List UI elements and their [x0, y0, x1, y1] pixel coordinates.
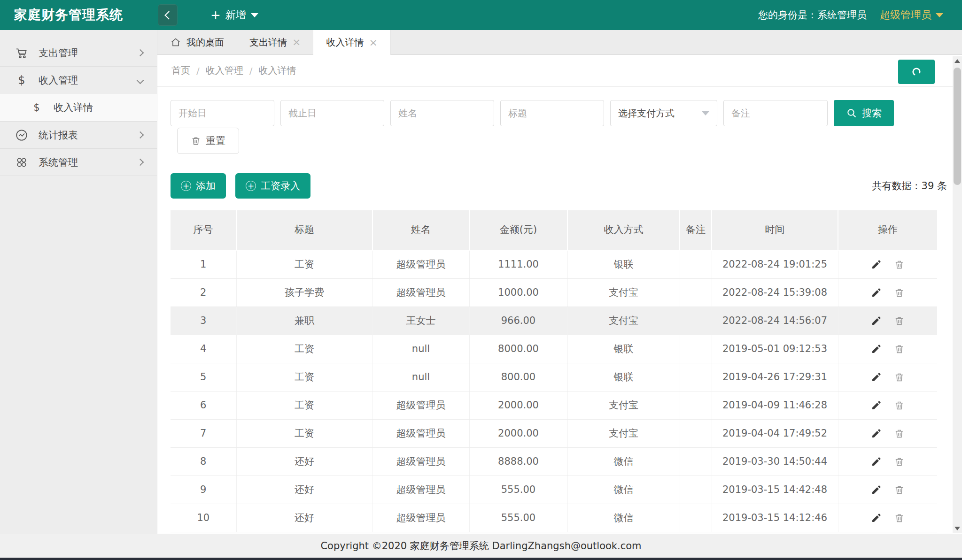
- title-input[interactable]: [500, 100, 604, 126]
- tab-income-details[interactable]: 收入详情 ×: [313, 30, 390, 55]
- delete-button[interactable]: [894, 287, 905, 298]
- delete-button[interactable]: [894, 372, 905, 383]
- delete-button[interactable]: [894, 428, 905, 439]
- add-button[interactable]: + 添加: [171, 173, 226, 199]
- role-dropdown[interactable]: 超级管理员: [880, 8, 943, 22]
- row-name: 超级管理员: [372, 504, 469, 532]
- row-method: 银联: [567, 363, 680, 391]
- search-button-label: 搜索: [862, 107, 882, 120]
- collapse-sidebar-button[interactable]: [158, 4, 178, 26]
- plus-circle-icon: +: [181, 181, 191, 191]
- scroll-up-arrow[interactable]: [953, 56, 962, 66]
- breadcrumb-bar: 首页 / 收入管理 / 收入详情: [157, 55, 962, 87]
- table-row: 10还好超级管理员555.00微信2019-03-15 14:12:46: [171, 504, 937, 532]
- delete-button[interactable]: [894, 344, 905, 354]
- edit-button[interactable]: [871, 484, 882, 495]
- new-dropdown-button[interactable]: + 新增: [210, 8, 258, 22]
- row-operations: [838, 391, 937, 419]
- tab-desktop[interactable]: 我的桌面: [157, 30, 237, 54]
- row-index: 10: [171, 504, 236, 532]
- delete-button[interactable]: [894, 484, 905, 495]
- delete-button[interactable]: [894, 456, 905, 467]
- scrollbar-thumb[interactable]: [954, 68, 961, 185]
- breadcrumb-home[interactable]: 首页: [171, 64, 190, 77]
- edit-button[interactable]: [871, 315, 882, 326]
- edit-button[interactable]: [871, 428, 882, 439]
- delete-button[interactable]: [894, 315, 905, 326]
- close-icon[interactable]: ×: [369, 38, 377, 48]
- row-time: 2022-08-24 19:01:25: [712, 250, 838, 278]
- chevron-right-icon: [137, 131, 144, 139]
- sidebar-item-reports[interactable]: 统计报表: [0, 122, 157, 149]
- row-title: 工资: [236, 363, 372, 391]
- scroll-down-arrow[interactable]: [953, 524, 962, 533]
- close-icon[interactable]: ×: [292, 37, 301, 47]
- row-time: 2022-08-24 15:39:08: [712, 278, 838, 307]
- row-title: 工资: [236, 250, 372, 278]
- vertical-scrollbar[interactable]: [953, 56, 962, 533]
- salary-entry-button[interactable]: + 工资录入: [235, 173, 310, 199]
- header-right: 您的身份是：系统管理员 超级管理员: [758, 8, 962, 22]
- trash-icon: [894, 513, 905, 523]
- edit-button[interactable]: [871, 456, 882, 467]
- breadcrumb-separator: /: [196, 65, 200, 77]
- row-time: 2019-03-30 14:50:44: [712, 447, 838, 476]
- trash-icon: [894, 259, 905, 270]
- name-input[interactable]: [390, 100, 494, 126]
- delete-button[interactable]: [894, 513, 905, 523]
- content: 选择支付方式 搜索 重置 + 添加: [157, 87, 962, 532]
- add-button-label: 添加: [196, 179, 216, 192]
- edit-button[interactable]: [871, 400, 882, 411]
- payment-method-select[interactable]: 选择支付方式: [610, 100, 717, 126]
- search-button[interactable]: 搜索: [834, 100, 894, 126]
- new-dropdown-label: 新增: [225, 8, 246, 22]
- row-name: 超级管理员: [372, 391, 469, 419]
- sidebar-item-system[interactable]: 系统管理: [0, 149, 157, 176]
- reset-button[interactable]: 重置: [177, 128, 239, 154]
- filter-row: 选择支付方式 搜索: [171, 100, 949, 126]
- identity-text: 您的身份是：系统管理员: [758, 8, 867, 22]
- reset-row: 重置: [171, 128, 949, 154]
- refresh-button[interactable]: [898, 60, 935, 84]
- sidebar: 支出管理 $ 收入管理 $ 收入详情 统计报表: [0, 30, 157, 534]
- end-date-input[interactable]: [280, 100, 384, 126]
- row-time: 2019-03-15 14:42:48: [712, 476, 838, 504]
- row-amount: 555.00: [469, 504, 567, 532]
- pencil-icon: [871, 513, 882, 523]
- delete-button[interactable]: [894, 259, 905, 270]
- row-time: 2019-04-26 17:29:31: [712, 363, 838, 391]
- tab-expense-details[interactable]: 支出详情 ×: [237, 30, 313, 54]
- row-title: 工资: [236, 419, 372, 447]
- home-icon: [170, 37, 181, 48]
- sidebar-item-income[interactable]: $ 收入管理: [0, 67, 157, 94]
- breadcrumb-income[interactable]: 收入管理: [206, 64, 243, 77]
- row-amount: 800.00: [469, 363, 567, 391]
- row-method: 支付宝: [567, 278, 680, 307]
- role-label: 超级管理员: [880, 8, 931, 22]
- table-row: 1工资超级管理员1111.00银联2022-08-24 19:01:25: [171, 250, 937, 278]
- row-name: null: [372, 363, 469, 391]
- sidebar-item-income-details[interactable]: $ 收入详情: [0, 94, 157, 121]
- refresh-icon: [910, 66, 923, 78]
- edit-button[interactable]: [871, 259, 882, 270]
- edit-button[interactable]: [871, 372, 882, 383]
- sidebar-item-label: 收入详情: [54, 101, 143, 114]
- row-operations: [838, 335, 937, 363]
- chevron-right-icon: [137, 159, 144, 166]
- delete-button[interactable]: [894, 400, 905, 411]
- edit-button[interactable]: [871, 344, 882, 354]
- row-title: 工资: [236, 335, 372, 363]
- row-title: 孩子学费: [236, 278, 372, 307]
- start-date-input[interactable]: [171, 100, 274, 126]
- sidebar-item-expense[interactable]: 支出管理: [0, 39, 157, 67]
- tab-label: 收入详情: [326, 36, 364, 49]
- table-row: 6工资超级管理员2000.00支付宝2019-04-09 11:46:28: [171, 391, 937, 419]
- row-note: [680, 504, 712, 532]
- edit-button[interactable]: [871, 287, 882, 298]
- row-amount: 2000.00: [469, 419, 567, 447]
- note-input[interactable]: [723, 100, 828, 126]
- trash-icon: [191, 136, 201, 146]
- row-amount: 2000.00: [469, 391, 567, 419]
- edit-button[interactable]: [871, 513, 882, 523]
- col-amount: 金额(元): [469, 210, 567, 250]
